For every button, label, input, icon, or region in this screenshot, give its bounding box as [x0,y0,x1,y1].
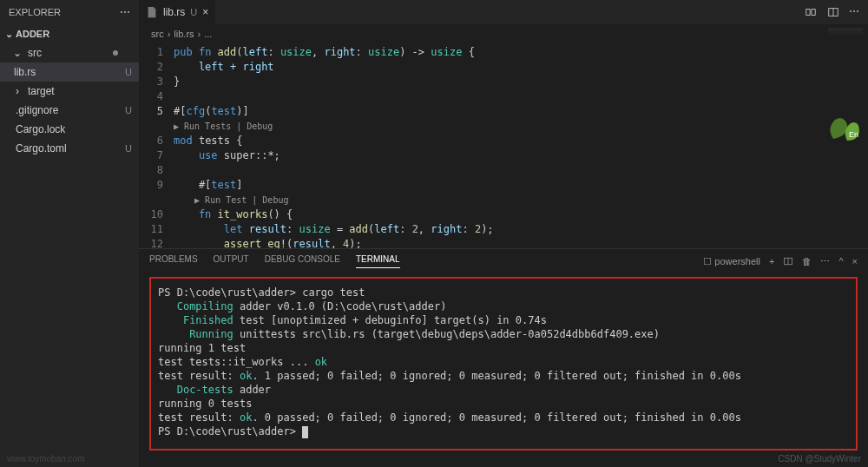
add-terminal-icon[interactable]: + [769,256,774,266]
watermark-right: CSDN @StudyWinter [778,454,861,464]
leaf-decoration: En [825,113,863,148]
chevron-right-icon: › [198,29,201,39]
codelens-run-tests[interactable]: ▶ Run Tests | Debug [174,119,868,134]
file-icon [146,6,158,18]
tree-item-cargolock[interactable]: Cargo.lock [0,120,139,139]
git-status: U [125,67,132,77]
git-status: U [125,143,132,154]
tree-label: .gitignore [16,104,58,116]
chevron-down-icon: ⌄ [3,29,14,40]
chevron-right-icon: › [168,29,171,39]
close-icon[interactable]: × [202,6,208,18]
panel-tab-problems[interactable]: PROBLEMS [149,254,198,268]
breadcrumb[interactable]: src › lib.rs › ... [139,24,868,43]
panel-close-icon[interactable]: × [852,256,858,266]
tree-item-librs[interactable]: lib.rs U [0,62,139,82]
panel-tab-output[interactable]: OUTPUT [214,254,249,268]
tree-item-gitignore[interactable]: .gitignore U [0,101,139,120]
watermark-left: www.toymoban.com [7,454,84,464]
sidebar: EXPLORER ⋯ ⌄ ADDER ⌄ src lib.rs U › targ… [0,0,139,467]
chevron-right-icon: › [12,85,23,97]
git-status: U [125,105,132,115]
sidebar-header: EXPLORER ⋯ [0,0,139,24]
tabs-row: lib.rs U × ⋯ [139,0,868,24]
file-tree: ⌄ src lib.rs U › target .gitignore U Car… [0,43,139,158]
shell-label[interactable]: ☐ powershell [703,256,760,267]
codelens-run-test[interactable]: ▶ Run Test | Debug [174,193,868,207]
svg-text:En: En [849,130,858,139]
tree-label: src [28,47,42,59]
tree-label: Cargo.lock [16,123,65,135]
breadcrumb-part: lib.rs [174,29,194,39]
panel-tabs: PROBLEMS OUTPUT DEBUG CONSOLE TERMINAL ☐… [139,249,868,273]
trash-icon[interactable]: 🗑 [802,256,812,266]
folder-root[interactable]: ⌄ ADDER [0,24,139,43]
tabs: lib.rs U × [139,0,216,24]
breadcrumb-part: ... [204,29,212,39]
minimap[interactable] [828,28,863,36]
bottom-panel: PROBLEMS OUTPUT DEBUG CONSOLE TERMINAL ☐… [139,248,868,467]
panel-more-icon[interactable]: ⋯ [820,256,830,267]
tree-item-cargotoml[interactable]: Cargo.toml U [0,139,139,158]
root-label: ADDER [16,29,49,39]
split-icon[interactable] [826,5,840,19]
tab-status: U [190,7,197,17]
panel-tab-terminal[interactable]: TERMINAL [356,254,400,268]
tree-item-src[interactable]: ⌄ src [0,43,139,62]
tab-label: lib.rs [163,6,185,18]
compare-icon[interactable] [804,5,818,19]
tree-label: Cargo.toml [16,142,67,155]
tab-actions: ⋯ [804,5,868,19]
chevron-down-icon: ⌄ [12,47,23,59]
more-icon[interactable]: ⋯ [849,5,859,19]
split-terminal-icon[interactable] [783,256,793,266]
explorer-title: EXPLORER [9,7,61,17]
chevron-up-icon[interactable]: ^ [838,256,843,266]
tab-librs[interactable]: lib.rs U × [139,0,216,24]
breadcrumb-part: src [151,29,164,39]
tree-label: target [28,85,55,97]
modified-dot-icon [113,50,118,56]
terminal[interactable]: PS D:\code\rust\adder> cargo test Compil… [149,277,858,451]
explorer-more-icon[interactable]: ⋯ [120,6,130,18]
panel-tab-debug[interactable]: DEBUG CONSOLE [265,254,340,268]
tree-item-target[interactable]: › target [0,82,139,101]
tree-label: lib.rs [14,66,36,78]
